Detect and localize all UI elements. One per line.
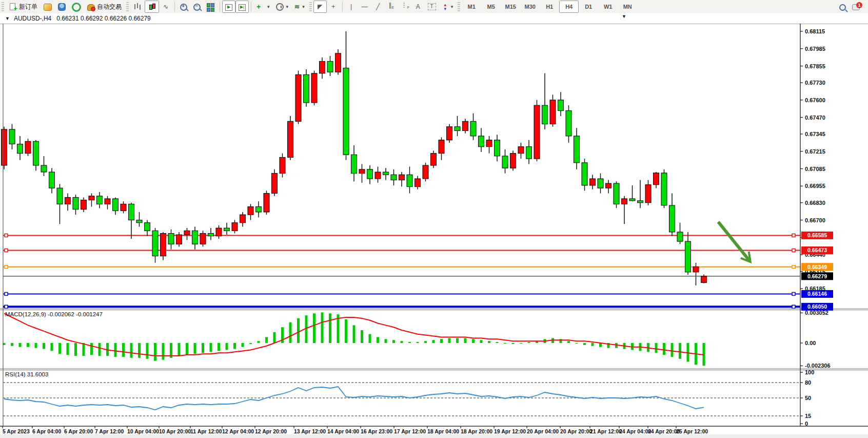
svg-text:19 Apr 12:00: 19 Apr 12:00 xyxy=(494,428,526,434)
svg-text:0.66473: 0.66473 xyxy=(807,247,827,253)
svg-text:7 Apr 12:00: 7 Apr 12:00 xyxy=(95,428,124,434)
zoom-out-icon: − xyxy=(193,4,201,11)
vertical-line-button[interactable]: | xyxy=(345,1,358,13)
signals-icon xyxy=(72,3,81,12)
search-button[interactable] xyxy=(836,1,849,13)
indicators-icon: + xyxy=(257,3,261,11)
templates-button[interactable]: ≋▾ xyxy=(291,1,308,13)
market-watch-button[interactable] xyxy=(41,1,55,13)
tile-windows-button[interactable] xyxy=(204,1,218,13)
text-label-button[interactable]: T xyxy=(425,1,439,13)
text-button[interactable]: A xyxy=(411,1,425,13)
svg-text:50: 50 xyxy=(805,395,811,401)
zoom-out-button[interactable]: − xyxy=(190,1,204,13)
tab-timeframe-m5[interactable]: M5 xyxy=(481,1,501,13)
svg-text:14 Apr 04:00: 14 Apr 04:00 xyxy=(327,428,359,434)
svg-text:0.66955: 0.66955 xyxy=(805,183,825,189)
search-icon xyxy=(839,4,846,11)
tab-timeframe-w1[interactable]: W1 xyxy=(598,1,618,13)
auto-scroll-button[interactable]: ▶ xyxy=(222,1,235,13)
svg-text:25 Apr 12:00: 25 Apr 12:00 xyxy=(676,428,708,434)
svg-text:0.66349: 0.66349 xyxy=(807,264,827,270)
signals-button[interactable] xyxy=(69,1,84,13)
vertical-line-icon: | xyxy=(348,3,355,11)
svg-text:6 Apr 20:00: 6 Apr 20:00 xyxy=(64,428,93,434)
svg-text:0.67345: 0.67345 xyxy=(805,131,825,137)
templates-icon: ≋ xyxy=(294,3,300,11)
svg-text:0.67600: 0.67600 xyxy=(805,97,825,103)
cursor-icon: ◤ xyxy=(317,3,324,11)
svg-text:13 Apr 12:00: 13 Apr 12:00 xyxy=(294,428,326,434)
price-chart[interactable]: 0.681150.679850.678550.677300.676000.674… xyxy=(0,24,868,438)
market-watch-icon xyxy=(44,4,52,11)
candlestick-icon xyxy=(148,3,156,11)
chart-shift-button[interactable]: ▶| xyxy=(235,1,249,13)
autotrading-icon xyxy=(87,4,95,11)
svg-text:0.66279: 0.66279 xyxy=(807,273,827,279)
svg-text:0.68115: 0.68115 xyxy=(805,28,825,34)
tab-timeframe-h4[interactable]: H4 xyxy=(559,1,579,13)
terminal-icon xyxy=(58,3,66,11)
horizontal-line-button[interactable]: — xyxy=(358,1,371,13)
cursor-button[interactable]: ◤ xyxy=(313,1,327,13)
tab-timeframe-d1[interactable]: D1 xyxy=(579,1,598,13)
svg-text:0.67470: 0.67470 xyxy=(805,115,825,121)
svg-text:11 Apr 12:00: 11 Apr 12:00 xyxy=(190,428,222,434)
chart-symbol-period: AUDUSD-,H4 xyxy=(14,15,51,22)
zoom-in-icon: + xyxy=(180,4,187,11)
svg-text:0.67985: 0.67985 xyxy=(805,46,825,52)
autotrading-button[interactable]: 自动交易 xyxy=(84,1,125,13)
scroll-marker-icon: ▼ xyxy=(622,14,626,19)
chart-ohlc-values: 0.66231 0.66292 0.66226 0.66279 xyxy=(56,15,151,22)
svg-text:0.003052: 0.003052 xyxy=(805,310,828,316)
bar-chart-button[interactable] xyxy=(130,1,145,13)
notifications-button[interactable]: 1 xyxy=(849,1,863,13)
chart-title-bar: ▼ AUDUSD-,H4 0.66231 0.66292 0.66226 0.6… xyxy=(0,13,868,24)
svg-text:24 Apr 20:00: 24 Apr 20:00 xyxy=(648,428,680,434)
line-chart-button[interactable]: ∿ xyxy=(159,1,172,13)
zoom-in-button[interactable]: + xyxy=(177,1,190,13)
svg-text:18 Apr 04:00: 18 Apr 04:00 xyxy=(427,428,459,434)
candlestick-button[interactable] xyxy=(145,1,159,13)
svg-text:0: 0 xyxy=(805,421,808,427)
toolbar-grip xyxy=(2,2,4,11)
tab-timeframe-m15[interactable]: M15 xyxy=(501,1,520,13)
new-order-button[interactable]: 新订单 xyxy=(6,1,41,13)
new-order-label: 新订单 xyxy=(19,3,37,11)
channel-button[interactable]: ∥E xyxy=(385,1,398,13)
svg-text:0.66050: 0.66050 xyxy=(807,303,827,310)
tab-timeframe-h1[interactable]: H1 xyxy=(540,1,559,13)
svg-text:10 Apr 20:00: 10 Apr 20:00 xyxy=(159,428,191,434)
tab-timeframe-mn[interactable]: MN xyxy=(618,1,637,13)
svg-text:0.66700: 0.66700 xyxy=(805,217,825,223)
svg-text:0.67085: 0.67085 xyxy=(805,166,825,172)
svg-text:5 Apr 2023: 5 Apr 2023 xyxy=(3,428,30,434)
svg-text:20 Apr 04:00: 20 Apr 04:00 xyxy=(527,428,559,434)
svg-text:0.67730: 0.67730 xyxy=(805,80,825,86)
periods-icon xyxy=(276,3,284,11)
tab-timeframe-m30[interactable]: M30 xyxy=(520,1,540,13)
tile-windows-icon xyxy=(207,3,214,11)
svg-text:100: 100 xyxy=(805,369,814,375)
svg-text:21 Apr 12:00: 21 Apr 12:00 xyxy=(590,428,622,434)
indicators-button[interactable]: +▾ xyxy=(253,1,273,13)
bar-chart-icon xyxy=(133,3,142,11)
trendline-button[interactable]: ╱ xyxy=(371,1,385,13)
tab-timeframe-m1[interactable]: M1 xyxy=(462,1,481,13)
svg-text:16 Apr 23:00: 16 Apr 23:00 xyxy=(361,428,392,434)
fibonacci-button[interactable]: ⋮F xyxy=(398,1,411,13)
svg-text:24 Apr 04:00: 24 Apr 04:00 xyxy=(619,428,651,434)
periods-button[interactable]: ▾ xyxy=(273,1,292,13)
notifications-icon: 1 xyxy=(852,4,860,10)
crosshair-button[interactable]: + xyxy=(327,1,340,13)
svg-text:6 Apr 04:00: 6 Apr 04:00 xyxy=(32,428,61,434)
toolbar-grip xyxy=(458,2,460,11)
svg-text:12 Apr 20:00: 12 Apr 20:00 xyxy=(255,428,287,434)
svg-text:0.66830: 0.66830 xyxy=(805,200,825,206)
arrows-button[interactable]: ▴▾▾ xyxy=(439,1,457,13)
symbol-dropdown-icon[interactable]: ▼ xyxy=(5,16,10,21)
new-order-icon xyxy=(9,3,17,11)
text-icon: A xyxy=(415,3,422,11)
toolbar-grip xyxy=(126,2,129,11)
terminal-button[interactable] xyxy=(55,1,69,13)
